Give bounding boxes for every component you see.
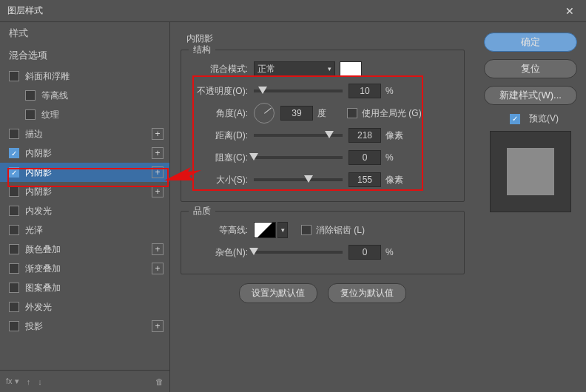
blend-mode-label: 混合模式: [190, 63, 248, 75]
sidebar-item-drop-shadow[interactable]: 投影+ [0, 317, 169, 336]
global-light-checkbox[interactable] [347, 108, 357, 118]
noise-input[interactable]: 0 [348, 245, 381, 260]
fx-menu-icon[interactable]: fx ▾ [6, 376, 19, 386]
sidebar-item-inner-shadow-3[interactable]: 内阴影+ [0, 182, 169, 201]
reset-default-button[interactable]: 复位为默认值 [328, 283, 406, 303]
plus-icon[interactable]: + [152, 147, 164, 159]
arrow-down-icon[interactable]: ↓ [38, 377, 42, 386]
quality-group: 品质 等高线: ▾ 消除锯齿 (L) 杂色(N): 0 % [181, 211, 465, 274]
sidebar-item-satin[interactable]: 光泽 [0, 220, 169, 240]
size-input[interactable]: 155 [348, 172, 381, 187]
trash-icon[interactable]: 🗑 [155, 377, 164, 386]
sidebar-item-bevel[interactable]: 斜面和浮雕 [0, 67, 169, 86]
antialias-checkbox[interactable] [301, 225, 311, 235]
preview-checkbox[interactable]: ✓ [510, 114, 520, 124]
contour-label: 等高线: [190, 224, 248, 237]
sidebar-item-pattern-overlay[interactable]: 图案叠加 [0, 278, 169, 297]
size-label: 大小(S): [190, 174, 248, 186]
contour-dropdown[interactable]: ▾ [277, 222, 288, 238]
plus-icon[interactable]: + [152, 263, 164, 274]
contour-swatch[interactable] [254, 222, 276, 238]
color-swatch[interactable] [340, 61, 362, 76]
sidebar-header-styles[interactable]: 样式 [0, 22, 169, 44]
preview-thumbnail [490, 131, 571, 212]
opacity-slider[interactable] [254, 89, 343, 92]
structure-group: 结构 混合模式: 正常▾ 不透明度(O): 10 % 角度(A): 39 度 使… [181, 50, 465, 202]
plus-icon[interactable]: + [152, 166, 164, 178]
cancel-button[interactable]: 复位 [484, 59, 577, 78]
sidebar-item-inner-shadow-1[interactable]: ✓内阴影+ [0, 143, 169, 163]
sidebar-item-inner-shadow-2[interactable]: ✓内阴影+ [0, 163, 169, 182]
sidebar-item-texture[interactable]: 纹理 [0, 105, 169, 124]
preview-label: 预览(V) [529, 112, 559, 125]
opacity-label: 不透明度(O): [190, 85, 248, 98]
sidebar-item-stroke[interactable]: 描边+ [0, 124, 169, 143]
choke-slider[interactable] [254, 156, 343, 159]
antialias-label: 消除锯齿 (L) [316, 224, 365, 237]
plus-icon[interactable]: + [152, 128, 164, 140]
angle-dial[interactable] [254, 103, 275, 124]
sidebar-item-outer-glow[interactable]: 外发光 [0, 297, 169, 317]
styles-sidebar: 样式 混合选项 斜面和浮雕 等高线 纹理 描边+ ✓内阴影+ ✓内阴影+ 内阴影… [0, 22, 170, 392]
noise-slider[interactable] [254, 251, 343, 254]
noise-label: 杂色(N): [190, 246, 248, 259]
angle-label: 角度(A): [190, 107, 248, 120]
ok-button[interactable]: 确定 [484, 33, 577, 52]
choke-label: 阻塞(C): [190, 152, 248, 164]
close-icon[interactable]: ✕ [561, 4, 579, 18]
distance-input[interactable]: 218 [348, 128, 381, 143]
choke-input[interactable]: 0 [348, 150, 381, 165]
sidebar-item-gradient-overlay[interactable]: 渐变叠加+ [0, 259, 169, 278]
distance-label: 距离(D): [190, 129, 248, 142]
panel-title: 内阴影 [186, 33, 465, 45]
opacity-input[interactable]: 10 [348, 84, 381, 98]
sidebar-item-color-overlay[interactable]: 颜色叠加+ [0, 240, 169, 259]
plus-icon[interactable]: + [152, 243, 164, 255]
make-default-button[interactable]: 设置为默认值 [239, 283, 317, 303]
window-title: 图层样式 [7, 4, 561, 17]
global-light-label: 使用全局光 (G) [362, 107, 422, 120]
action-column: 确定 复位 新建样式(W)... ✓ 预览(V) [475, 22, 586, 392]
settings-panel: 内阴影 结构 混合模式: 正常▾ 不透明度(O): 10 % 角度(A): 39… [170, 22, 475, 392]
sidebar-header-blend[interactable]: 混合选项 [0, 44, 169, 67]
plus-icon[interactable]: + [152, 186, 164, 197]
blend-mode-select[interactable]: 正常▾ [254, 61, 335, 76]
angle-input[interactable]: 39 [280, 106, 313, 121]
sidebar-item-contour[interactable]: 等高线 [0, 86, 169, 105]
chevron-down-icon: ▾ [328, 65, 331, 72]
size-slider[interactable] [254, 178, 343, 181]
distance-slider[interactable] [254, 134, 343, 137]
new-style-button[interactable]: 新建样式(W)... [484, 86, 577, 105]
arrow-up-icon[interactable]: ↑ [27, 377, 31, 386]
sidebar-item-inner-glow[interactable]: 内发光 [0, 201, 169, 220]
plus-icon[interactable]: + [152, 320, 164, 332]
